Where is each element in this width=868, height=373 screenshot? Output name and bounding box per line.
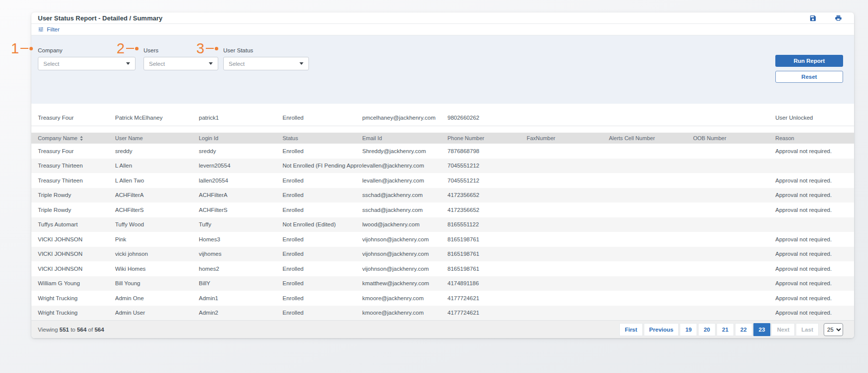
table-cell: lallen20554 [199,178,283,184]
table-row: Tuffys AutomartTuffy WoodTuffyNot Enroll… [31,217,854,232]
pagination: FirstPrevious1920212223NextLast [619,323,819,336]
table-row: Triple RowdyACHFilterSACHFilterSEnrolled… [31,202,854,217]
table-cell: 7876868798 [447,148,527,154]
page-size-select[interactable]: 25 [824,323,843,336]
table-cell: vijohnson@jackhenry.com [362,236,447,242]
column-header-company-name[interactable]: Company Name [38,135,115,141]
table-cell: Approval not required. [775,310,854,316]
column-header-login-id: Login Id [199,135,283,141]
table-cell: Triple Rowdy [38,207,115,213]
annotation-number: 1 [11,41,19,56]
page-button-20[interactable]: 20 [698,323,716,336]
table-cell: kmoore@jackhenry.com [362,310,447,316]
page-title: User Status Report - Detailed / Summary [38,14,162,22]
table-cell: Approval not required. [775,266,854,272]
table-cell: kmatthew@jackhenry.com [362,280,447,286]
table-cell: Admin1 [199,295,283,301]
table-cell: Enrolled [283,251,362,257]
table-cell: Approval not required. [775,236,854,242]
table-cell: Triple Rowdy [38,192,115,198]
page-button-last[interactable]: Last [796,323,819,336]
table-cell: Approval not required. [775,207,854,213]
company-select[interactable]: Select [38,57,136,70]
table-cell: Tuffy [199,221,283,227]
table-cell: L Allen Two [115,178,199,184]
page-button-23[interactable]: 23 [753,323,771,336]
report-card: User Status Report - Detailed / Summary … [31,12,854,338]
table-row: Treasury ThirteenL Allenlevern20554Not E… [31,159,854,174]
table-cell: 4177724621 [447,295,527,301]
table-cell: levern20554 [199,163,283,169]
table-cell: 7045551212 [447,163,527,169]
table-cell: vijohnson@jackhenry.com [362,251,447,257]
column-header-email-id: Email Id [362,135,447,141]
table-row: VICKI JOHNSONWiki Homeshomes2Enrolledvij… [31,261,854,276]
table-row: VICKI JOHNSONPinkHomes3Enrolledvijohnson… [31,232,854,247]
users-select-value: Select [149,61,165,67]
page-button-next[interactable]: Next [771,323,795,336]
table-cell: ACHFilterS [199,207,283,213]
table-cell: 8165198761 [447,236,527,242]
table-cell: Enrolled [283,178,362,184]
annotation-1: 1 [11,41,33,56]
table-cell: vijhomes [199,251,283,257]
user-status-select[interactable]: Select [223,57,309,70]
table-body: Treasury FoursreddysreddyEnrolledShreddy… [31,144,854,320]
save-button[interactable] [809,14,817,22]
run-report-button[interactable]: Run Report [775,55,843,67]
table-cell: Approval not required. [775,178,854,184]
annotation-line [206,48,214,49]
chevron-down-icon [126,62,130,65]
page-button-19[interactable]: 19 [680,323,697,336]
table-cell: User Unlocked [775,115,854,121]
table-cell: Wiki Homes [115,266,199,272]
table-cell: patrick1 [199,115,283,121]
table-cell: sreddy [115,148,199,154]
table-cell: 7045551212 [447,178,527,184]
table-row: William G YoungBill YoungBillYEnrolledkm… [31,276,854,291]
sort-icon [79,136,84,141]
page-button-previous[interactable]: Previous [644,323,679,336]
table-cell: Enrolled [283,280,362,286]
chevron-down-icon [299,62,303,65]
table-cell: Enrolled [283,148,362,154]
page-button-21[interactable]: 21 [717,323,734,336]
table-cell: Approval not required. [775,251,854,257]
annotation-2: 2 [117,41,139,56]
table-cell: Wright Trucking [38,310,115,316]
table-cell: Enrolled [283,310,362,316]
table-cell: L Allen [115,163,199,169]
reset-button[interactable]: Reset [775,71,843,83]
annotation-line [20,48,28,49]
table-cell: Enrolled [283,236,362,242]
users-select[interactable]: Select [144,57,218,70]
print-button[interactable] [835,14,842,22]
table-cell: Tuffy Wood [115,221,199,227]
filter-toggle[interactable]: Filter [31,24,854,35]
table-cell: Treasury Thirteen [38,163,115,169]
table-cell: sschad@jackhenry.com [362,192,447,198]
filter-icon [38,26,44,32]
title-bar: User Status Report - Detailed / Summary [31,12,854,24]
table-cell: Approval not required. [775,295,854,301]
detached-row: Treasury FourPatrick McElhaneypatrick1En… [31,110,854,126]
table-cell: ACHFilterA [199,192,283,198]
spacer [31,104,854,110]
table-cell: Patrick McElhaney [115,115,199,121]
table-cell: VICKI JOHNSON [38,236,115,242]
annotation-3: 3 [196,41,218,56]
table-cell: Admin One [115,295,199,301]
annotation-number: 2 [117,41,125,56]
table-cell: BillY [199,280,283,286]
table-cell: Wright Trucking [38,295,115,301]
page-button-22[interactable]: 22 [735,323,752,336]
table-cell: Pink [115,236,199,242]
viewing-summary: Viewing 551 to 564 of 564 [38,327,104,333]
table-cell: 8165198761 [447,251,527,257]
table-row: Wright TruckingAdmin UserAdmin2Enrolledk… [31,306,854,321]
page-button-first[interactable]: First [619,323,643,336]
spacer [31,126,854,133]
annotation-dot [29,47,33,50]
table-cell: Shreddy@jackhenry.com [362,148,447,154]
table-cell: Treasury Thirteen [38,178,115,184]
